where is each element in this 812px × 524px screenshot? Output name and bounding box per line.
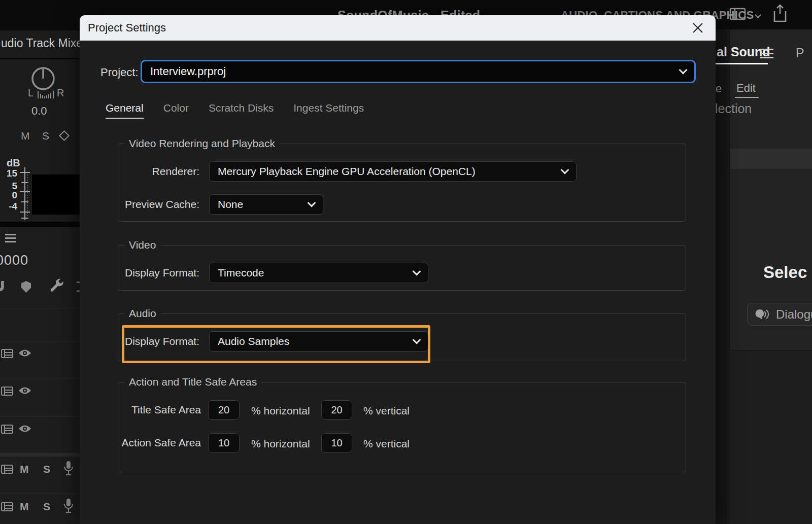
- vertical-unit-label: % vertical: [363, 433, 410, 455]
- section-legend: Video: [124, 239, 160, 251]
- chevron-down-icon[interactable]: [755, 12, 761, 18]
- audio-display-format-select[interactable]: Audio Samples: [209, 331, 428, 352]
- video-clip-icon: [1, 387, 13, 396]
- tab-fragment[interactable]: P: [796, 46, 804, 60]
- track-divider: [0, 378, 80, 378]
- title-safe-horizontal-value: 20: [218, 404, 229, 416]
- share-export-icon[interactable]: [771, 4, 789, 24]
- panel-menu-icon[interactable]: [5, 234, 16, 242]
- mixer-mute-button[interactable]: M: [21, 130, 30, 142]
- workspace-panel-icon[interactable]: [729, 7, 747, 22]
- title-safe-vertical-input[interactable]: 20: [321, 400, 352, 420]
- preview-cache-select[interactable]: None: [209, 194, 323, 215]
- timecode-value: 0000: [0, 253, 28, 268]
- db-tick-0: 0: [0, 190, 17, 201]
- voiceover-mic-icon[interactable]: [63, 461, 74, 477]
- dialog-title: Project Settings: [88, 21, 166, 34]
- close-icon[interactable]: [690, 20, 705, 36]
- tab-color[interactable]: Color: [163, 102, 189, 114]
- video-display-format-label: Display Format:: [118, 263, 199, 283]
- preview-cache-label: Preview Cache:: [118, 194, 199, 215]
- video-audio-divider: [0, 453, 80, 457]
- snap-magnet-icon[interactable]: [0, 280, 6, 293]
- left-topbar-spacer: [0, 0, 80, 30]
- audio-display-format-value: Audio Samples: [218, 335, 289, 347]
- action-safe-vertical-input[interactable]: 10: [321, 433, 352, 452]
- pan-left-label: L: [28, 87, 33, 99]
- keyframe-diamond-icon[interactable]: [59, 130, 70, 141]
- track-divider: [0, 341, 80, 341]
- track-mute-button[interactable]: M: [20, 501, 29, 513]
- dialog-titlebar[interactable]: Project Settings: [80, 15, 716, 41]
- renderer-select-value: Mercury Playback Engine GPU Acceleration…: [218, 165, 476, 178]
- renderer-select[interactable]: Mercury Playback Engine GPU Acceleration…: [209, 161, 577, 182]
- audio-track-mixer-panel: udio Track Mixer: L R 0.0 M S dB 15 5 0 …: [0, 0, 80, 524]
- track-divider: [0, 308, 80, 308]
- pan-right-label: R: [57, 87, 64, 99]
- chevron-down-icon: [561, 166, 569, 174]
- audio-clip-icon: [1, 502, 13, 511]
- video-display-format-select[interactable]: Timecode: [209, 263, 428, 283]
- panel-lower-area: [730, 350, 812, 524]
- selection-label-fragment: lection: [715, 101, 752, 116]
- timeline-settings-wrench-icon[interactable]: [49, 278, 64, 293]
- mixer-solo-button[interactable]: S: [42, 130, 49, 142]
- preview-cache-select-value: None: [218, 198, 243, 211]
- vertical-unit-label: % vertical: [363, 400, 410, 422]
- tab-general[interactable]: General: [106, 102, 144, 114]
- pan-value[interactable]: 0.0: [31, 104, 47, 118]
- track-visibility-eye-icon[interactable]: [18, 348, 32, 358]
- panel-header-band: [730, 149, 812, 169]
- dialogue-button-label: Dialogue: [776, 307, 812, 322]
- section-legend: Audio: [124, 307, 161, 320]
- renderer-label: Renderer:: [118, 161, 199, 182]
- video-display-format-value: Timecode: [218, 267, 264, 279]
- chevron-down-icon: [308, 199, 316, 207]
- track-solo-button[interactable]: S: [43, 463, 50, 475]
- horizontal-unit-label: % horizontal: [251, 433, 310, 455]
- db-tick-15: 15: [0, 168, 17, 179]
- timeline-panel: [0, 227, 80, 524]
- track-visibility-eye-icon[interactable]: [18, 386, 32, 395]
- project-select-value: Interview.prproj: [150, 65, 226, 78]
- action-safe-vertical-value: 10: [331, 437, 342, 449]
- dialogue-type-button[interactable]: Dialogue: [747, 303, 812, 326]
- volume-fader[interactable]: [18, 167, 31, 220]
- video-clip-icon: [1, 349, 13, 358]
- tab-ingest-settings[interactable]: Ingest Settings: [293, 102, 364, 114]
- audio-clip-icon: [1, 465, 13, 474]
- track-visibility-eye-icon[interactable]: [18, 424, 32, 433]
- title-safe-horizontal-input[interactable]: 20: [208, 400, 240, 420]
- tab-browse-fragment[interactable]: e: [716, 82, 722, 95]
- pan-meter-icon: [37, 89, 54, 98]
- premiere-app-window: SoundOfMusic - Edited AUDIO, CAPTIONS AN…: [0, 0, 812, 524]
- section-safe-areas: Action and Title Safe Areas: [118, 382, 686, 472]
- tab-edit[interactable]: Edit: [736, 82, 756, 95]
- video-clip-icon: [1, 425, 13, 434]
- active-subtab-underline: [735, 97, 759, 98]
- section-legend: Action and Title Safe Areas: [124, 376, 261, 388]
- track-solo-button[interactable]: S: [43, 501, 50, 513]
- project-select[interactable]: Interview.prproj: [141, 60, 696, 83]
- chevron-down-icon: [413, 267, 421, 276]
- tab-scratch-disks[interactable]: Scratch Disks: [209, 102, 274, 114]
- db-tick-minus4: -4: [0, 201, 17, 212]
- mixer-panel-title: udio Track Mixer:: [1, 37, 80, 50]
- project-settings-dialog: Project Settings Project: Interview.prpr…: [80, 15, 716, 524]
- track-divider: [0, 494, 80, 494]
- panel-menu-icon[interactable]: [760, 49, 773, 58]
- dialogue-icon: [755, 308, 770, 321]
- project-label: Project:: [100, 66, 139, 79]
- track-mute-button[interactable]: M: [20, 463, 29, 475]
- action-safe-horizontal-input[interactable]: 10: [208, 433, 240, 452]
- action-safe-horizontal-value: 10: [218, 437, 229, 449]
- chevron-down-icon: [413, 336, 421, 344]
- active-tab-underline: [716, 63, 768, 64]
- panel-divider: [0, 222, 80, 227]
- voiceover-mic-icon[interactable]: [63, 498, 74, 514]
- cut-icon-partial[interactable]: [75, 281, 80, 293]
- pan-knob[interactable]: [30, 66, 56, 91]
- timecode-display[interactable]: 0000: [0, 253, 36, 271]
- divider: [0, 58, 80, 59]
- track-divider: [0, 416, 80, 416]
